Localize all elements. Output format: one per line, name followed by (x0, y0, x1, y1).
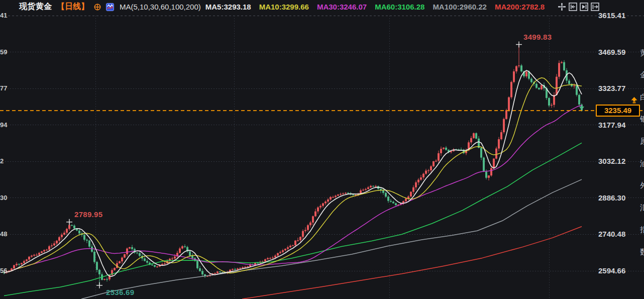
y-axis-label: 2886.30 (598, 193, 625, 202)
ma-legend-ma10: MA10:3299.66 (259, 3, 309, 11)
top-toolbar: 现货黄金 【日线】 MA(5,10,30,60,100,200) MA5:329… (0, 0, 644, 14)
y-axis-label-clipped: 30 (0, 194, 9, 202)
y-axis-label: 2740.48 (598, 230, 625, 238)
pan-move-icon[interactable] (558, 3, 566, 11)
clipped-menu-glyph[interactable]: 原 (640, 137, 644, 146)
clipped-menu-glyph[interactable]: 数 (640, 247, 644, 257)
ma-lines (4, 70, 582, 299)
price-extreme-label: 3499.83 (523, 33, 552, 41)
ma-legend-ma100: MA100:2960.22 (433, 3, 487, 11)
ma-legend-ma200: MA200:2782.8 (495, 3, 545, 11)
extreme-cross-icon (516, 42, 522, 48)
y-axis-label-clipped: 2 (0, 157, 9, 165)
y-axis-label: 2594.66 (598, 266, 625, 275)
extreme-cross-icon (66, 219, 72, 225)
ma-formula: MA(5,10,30,60,100,200) (120, 3, 201, 11)
ma-legend: MA5:3293.18MA10:3299.66MA30:3246.07MA60:… (205, 3, 545, 11)
extreme-cross-icon (96, 282, 102, 288)
instrument-title: 现货黄金 (19, 2, 52, 12)
jump-to-start-icon[interactable] (569, 3, 577, 11)
price-extreme-label: 2536.69 (106, 288, 134, 296)
y-axis-label-clipped: 94 (0, 121, 9, 129)
y-axis-label-clipped: 56 (0, 267, 9, 274)
play-to-end-icon[interactable] (580, 3, 588, 11)
y-axis-label-clipped: 59 (0, 48, 9, 56)
y-axis-label-clipped: 77 (0, 84, 9, 92)
clipped-menu-glyph[interactable]: 油 (640, 159, 644, 168)
ma-legend-ma60: MA60:3106.28 (375, 3, 424, 11)
clipped-menu-glyph[interactable]: 银 (640, 115, 644, 124)
trading-app: { "header": { "title": "现货黄金", "period":… (0, 0, 644, 299)
target-circle-icon[interactable] (93, 3, 101, 11)
last-price-direction-icon (579, 107, 584, 110)
y-axis-label: 3323.77 (598, 84, 625, 92)
period-label[interactable]: 【日线】 (57, 2, 89, 12)
price-extreme-label: 2789.95 (74, 210, 102, 219)
scroll-to-latest-arrow-icon[interactable] (630, 96, 638, 106)
ma-line-ma60 (4, 143, 582, 295)
chart-canvas[interactable] (0, 0, 644, 299)
current-price-tag: 3235.49 (596, 105, 640, 117)
y-axis-label: 3032.12 (598, 157, 625, 165)
gridlines (0, 16, 644, 299)
clipped-menu-glyph[interactable]: 指 (640, 225, 644, 235)
clipped-menu-glyph[interactable]: 外 (640, 181, 644, 190)
clipped-vertical-toolbar[interactable]: 黄金白银原油外汇指数 (640, 0, 644, 299)
clipped-menu-glyph[interactable]: 金 (640, 70, 644, 80)
clipped-menu-glyph[interactable]: 白 (640, 92, 644, 102)
ma-line-ma10 (4, 78, 582, 273)
y-axis-label: 3469.59 (598, 48, 625, 56)
jump-to-latest-icon[interactable] (591, 3, 599, 11)
clipped-menu-glyph[interactable]: 汇 (640, 203, 644, 213)
kline-app-icon[interactable] (106, 3, 114, 11)
ma-legend-ma5: MA5:3293.18 (205, 3, 251, 11)
candles (3, 45, 583, 285)
chart-controls (558, 3, 599, 11)
ma-legend-ma30: MA30:3246.07 (317, 3, 367, 11)
y-axis-label-clipped: 48 (0, 230, 9, 238)
clipped-menu-glyph[interactable]: 黄 (640, 48, 644, 58)
y-axis-label: 3177.94 (598, 121, 625, 129)
